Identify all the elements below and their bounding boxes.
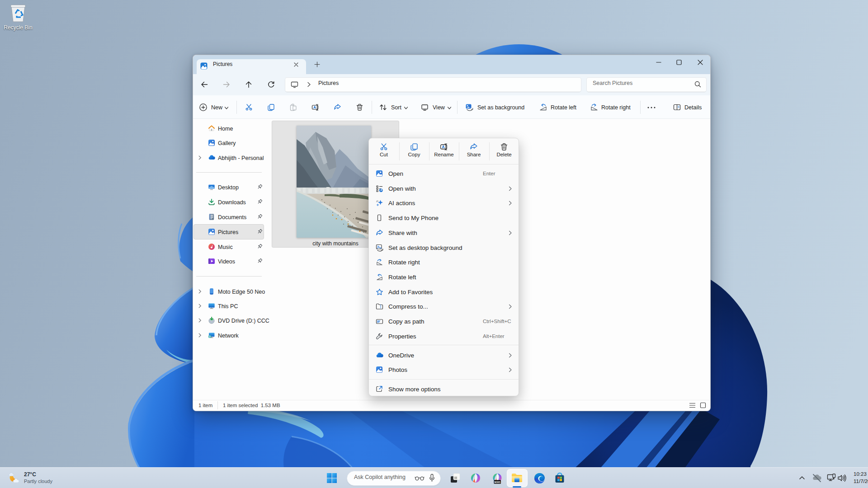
svg-text:M365: M365 bbox=[494, 481, 500, 483]
